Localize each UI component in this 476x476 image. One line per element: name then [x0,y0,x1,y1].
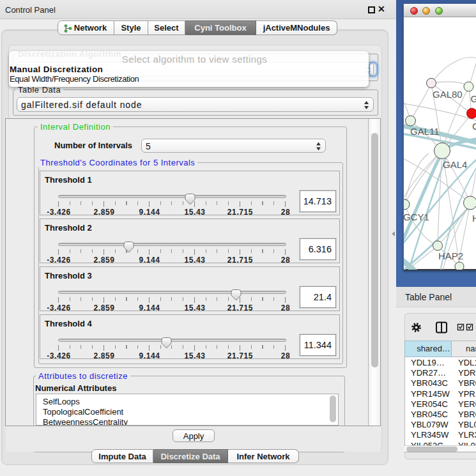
svg-text:GCY1: GCY1 [404,211,429,222]
svg-text:GAL4: GAL4 [443,159,467,170]
svg-text:H: H [472,213,476,224]
svg-text:HAP2: HAP2 [438,250,463,261]
svg-text:GAL11: GAL11 [410,126,440,137]
svg-text:GAL80: GAL80 [433,89,463,100]
svg-text:G.: G. [471,93,476,104]
svg-text:C: C [472,121,476,132]
